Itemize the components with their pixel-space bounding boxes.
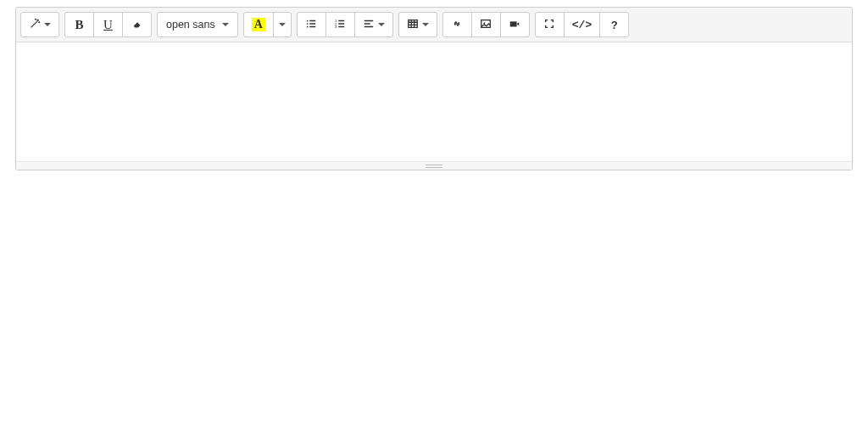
paragraph-button[interactable]: [354, 12, 393, 37]
link-button[interactable]: [442, 12, 472, 37]
help-button[interactable]: ?: [599, 12, 629, 37]
font-family-button[interactable]: open sans: [157, 12, 238, 37]
chevron-down-icon: [279, 23, 286, 26]
svg-rect-20: [409, 20, 418, 27]
svg-point-7: [307, 23, 309, 25]
editor-content[interactable]: [16, 42, 852, 161]
eraser-icon: [131, 18, 143, 32]
font-family-label: open sans: [166, 19, 219, 31]
insert-group: [442, 12, 530, 37]
underline-label: U: [103, 18, 113, 32]
codeview-label: </>: [572, 19, 592, 31]
align-left-icon: [363, 18, 375, 32]
toolbar: B U open sans A: [16, 8, 852, 42]
color-group: A: [243, 12, 292, 37]
svg-point-3: [39, 21, 40, 22]
list-ul-icon: [305, 18, 317, 32]
unordered-list-button[interactable]: [297, 12, 326, 37]
grip-icon: [426, 165, 442, 168]
paragraph-group: 123: [297, 12, 393, 37]
font-style-group: B U: [64, 12, 152, 37]
svg-line-0: [31, 21, 37, 27]
more-color-button[interactable]: [273, 12, 292, 37]
list-ol-icon: 123: [334, 18, 346, 32]
bold-button[interactable]: B: [64, 12, 94, 37]
svg-point-4: [35, 19, 36, 20]
chevron-down-icon: [222, 23, 229, 26]
video-button[interactable]: [500, 12, 530, 37]
help-label: ?: [611, 19, 618, 31]
resize-handle[interactable]: [16, 161, 852, 170]
view-group: </> ?: [535, 12, 629, 37]
editor-frame: B U open sans A: [15, 7, 853, 170]
svg-point-5: [307, 20, 309, 21]
fullscreen-button[interactable]: [535, 12, 565, 37]
svg-rect-28: [510, 21, 517, 26]
clear-format-button[interactable]: [122, 12, 152, 37]
link-icon: [451, 18, 463, 32]
codeview-button[interactable]: </>: [564, 12, 600, 37]
font-family-group: open sans: [157, 12, 238, 37]
style-group: [20, 12, 59, 37]
image-icon: [480, 18, 492, 32]
chevron-down-icon: [422, 23, 429, 26]
video-icon: [509, 18, 520, 32]
svg-text:3: 3: [335, 25, 337, 29]
svg-point-2: [37, 20, 38, 20]
table-group: [398, 12, 437, 37]
chevron-down-icon: [378, 23, 385, 26]
fullscreen-icon: [543, 18, 555, 32]
ordered-list-button[interactable]: 123: [326, 12, 355, 37]
underline-button[interactable]: U: [93, 12, 123, 37]
recent-color-button[interactable]: A: [243, 12, 274, 37]
magic-wand-icon: [29, 18, 41, 32]
table-icon: [407, 18, 419, 32]
color-label: A: [252, 18, 265, 31]
chevron-down-icon: [44, 23, 51, 26]
svg-point-9: [307, 25, 309, 27]
svg-point-27: [484, 22, 486, 24]
style-button[interactable]: [20, 12, 59, 37]
picture-button[interactable]: [471, 12, 501, 37]
table-button[interactable]: [398, 12, 437, 37]
bold-label: B: [75, 18, 83, 32]
